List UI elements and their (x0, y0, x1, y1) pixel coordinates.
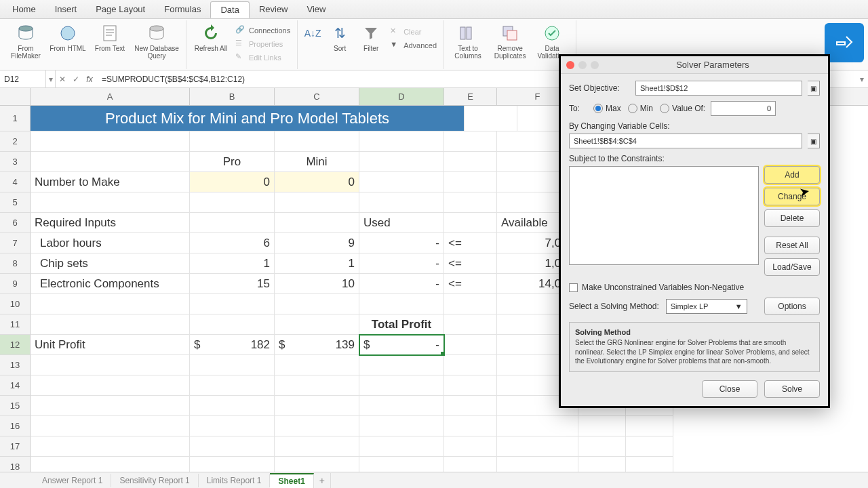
advanced-filter-button[interactable]: ▼Advanced (389, 39, 438, 52)
cell[interactable] (444, 416, 497, 436)
row-header-10[interactable]: 10 (0, 294, 31, 314)
cell[interactable] (190, 416, 275, 436)
radio-min[interactable]: Min (628, 104, 653, 113)
active-cell-d12[interactable]: $- (359, 335, 444, 355)
cell[interactable] (497, 436, 578, 457)
menu-tab-data[interactable]: Data (210, 1, 249, 18)
select-all-corner[interactable] (0, 88, 31, 105)
cell[interactable]: - (359, 274, 444, 294)
cell[interactable] (444, 457, 497, 472)
row-header-9[interactable]: 9 (0, 274, 31, 294)
col-header-e[interactable]: E (444, 88, 497, 105)
reset-all-button[interactable]: Reset All (764, 237, 820, 254)
row-header-4[interactable]: 4 (0, 172, 31, 192)
cell-label[interactable]: Unit Profit (31, 335, 190, 355)
cell[interactable]: - (359, 233, 444, 253)
cell[interactable] (444, 152, 497, 172)
changing-ref-button[interactable]: ▣ (808, 134, 820, 148)
cell[interactable]: 9 (275, 233, 359, 253)
row-header-8[interactable]: 8 (0, 253, 31, 274)
solving-method-select[interactable]: Simplex LP▼ (666, 299, 747, 314)
cell[interactable] (444, 436, 497, 457)
cell[interactable] (31, 396, 190, 416)
text-to-columns-button[interactable]: Text to Columns (450, 22, 486, 60)
menu-tab-pagelayout[interactable]: Page Layout (86, 1, 155, 17)
cell[interactable] (31, 314, 190, 335)
load-save-button[interactable]: Load/Save (764, 258, 820, 276)
cell-total-profit-header[interactable]: Total Profit (359, 314, 444, 335)
clear-filter-button[interactable]: ✕Clear (389, 26, 438, 38)
cell[interactable] (31, 375, 190, 396)
row-header-18[interactable]: 18 (0, 457, 31, 472)
close-window-icon[interactable] (566, 61, 574, 69)
cell[interactable] (359, 294, 444, 314)
col-header-b[interactable]: B (190, 88, 275, 105)
row-header-11[interactable]: 11 (0, 314, 31, 335)
cell[interactable] (31, 192, 190, 213)
cell[interactable]: 10 (275, 274, 359, 294)
solver-title-bar[interactable]: Solver Parameters (561, 56, 828, 74)
name-box-dropdown[interactable]: ▾ (46, 70, 56, 87)
sheet-tab-sensitivity[interactable]: Sensitivity Report 1 (111, 474, 198, 487)
add-sheet-button[interactable]: + (314, 473, 331, 488)
close-button[interactable]: Close (702, 380, 757, 398)
menu-tab-formulas[interactable]: Formulas (155, 1, 210, 17)
options-button[interactable]: Options (764, 298, 820, 315)
from-filemaker-button[interactable]: From FileMaker (7, 22, 45, 60)
cell[interactable] (444, 314, 497, 335)
cell[interactable] (359, 436, 444, 457)
cell[interactable] (31, 131, 190, 152)
cell[interactable] (31, 457, 190, 472)
col-header-a[interactable]: A (31, 88, 190, 105)
valueof-input[interactable]: 0 (711, 101, 776, 116)
cell[interactable]: 6 (190, 233, 275, 253)
cell[interactable] (275, 375, 359, 396)
cell[interactable] (190, 192, 275, 213)
cell[interactable] (359, 396, 444, 416)
cell[interactable] (626, 416, 673, 436)
cell-label[interactable]: Chip sets (31, 253, 190, 274)
cell-used-header[interactable]: Used (359, 213, 444, 233)
cell[interactable] (275, 192, 359, 213)
cell[interactable] (31, 152, 190, 172)
row-header-15[interactable]: 15 (0, 396, 31, 416)
change-constraint-button[interactable]: Change (764, 188, 820, 205)
cell-ntm-mini[interactable]: 0 (275, 172, 359, 192)
properties-button[interactable]: ☰Properties (234, 38, 292, 50)
cell[interactable] (578, 436, 626, 457)
cell[interactable] (190, 294, 275, 314)
cell[interactable] (359, 355, 444, 375)
edit-links-button[interactable]: ✎Edit Links (234, 52, 292, 64)
cell[interactable] (444, 294, 497, 314)
cell[interactable] (31, 294, 190, 314)
cell[interactable] (190, 355, 275, 375)
cell[interactable] (626, 436, 673, 457)
cell[interactable]: $139 (275, 335, 359, 355)
cell[interactable] (497, 457, 578, 472)
sheet-tab-sheet1[interactable]: Sheet1 (270, 473, 313, 488)
objective-ref-button[interactable]: ▣ (808, 81, 820, 96)
cell[interactable] (359, 172, 444, 192)
cell[interactable] (190, 457, 275, 472)
cell[interactable] (444, 396, 497, 416)
cell[interactable]: <= (444, 253, 497, 274)
cell[interactable]: 15 (190, 274, 275, 294)
solver-ribbon-button[interactable] (825, 23, 864, 62)
fx-button[interactable]: fx (83, 75, 96, 84)
row-header-5[interactable]: 5 (0, 192, 31, 213)
menu-tab-insert[interactable]: Insert (45, 1, 87, 17)
cell[interactable] (275, 314, 359, 335)
cell-label[interactable]: Required Inputs (31, 213, 190, 233)
sort-az-button[interactable]: A↓Z (303, 22, 322, 43)
row-header-12[interactable]: 12 (0, 335, 31, 355)
cell[interactable] (275, 294, 359, 314)
cell[interactable]: <= (444, 233, 497, 253)
row-header-3[interactable]: 3 (0, 152, 31, 172)
cell[interactable] (578, 416, 626, 436)
accept-formula-button[interactable]: ✓ (69, 75, 83, 84)
constraints-list[interactable] (569, 166, 759, 265)
cell[interactable] (190, 314, 275, 335)
cell[interactable] (275, 355, 359, 375)
cell-label[interactable]: Labor hours (31, 233, 190, 253)
cell[interactable] (626, 457, 673, 472)
